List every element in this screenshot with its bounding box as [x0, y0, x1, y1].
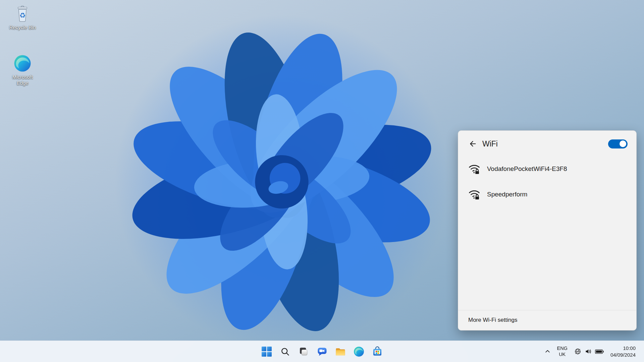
search-icon [280, 347, 290, 356]
wifi-network-name: Speedperform [487, 191, 527, 198]
svg-text:♻: ♻ [19, 11, 26, 19]
system-tray: ENG UK 10:00 [542, 341, 642, 362]
store-button[interactable] [370, 344, 385, 359]
wifi-flyout-panel: WiFi VodafonePocketWiFi4-E3F [458, 130, 637, 330]
task-view-button[interactable] [296, 344, 311, 359]
store-bag-icon [372, 346, 383, 357]
tray-date: 04/09/2024 [610, 352, 636, 358]
tray-time: 10:00 [610, 345, 636, 352]
wifi-toggle-knob [620, 140, 626, 147]
taskbar-center-icons [259, 341, 385, 362]
more-wifi-settings-link[interactable]: More Wi-Fi settings [458, 310, 636, 330]
windows-logo-icon [262, 347, 272, 357]
desktop-icon-recycle-bin[interactable]: ♻ Recycle Bin [3, 4, 42, 31]
chevron-up-icon [545, 349, 550, 354]
taskbar: ENG UK 10:00 [0, 341, 644, 362]
desktop-icon-label: Microsoft Edge [7, 74, 38, 86]
network-volume-battery-button[interactable] [571, 344, 607, 360]
no-internet-globe-icon [574, 348, 581, 355]
file-explorer-button[interactable] [333, 344, 348, 359]
desktop-icon-microsoft-edge[interactable]: Microsoft Edge [3, 54, 42, 86]
speaker-icon [585, 348, 592, 355]
wifi-secured-icon [468, 163, 480, 175]
search-button[interactable] [277, 344, 293, 359]
task-view-icon [298, 346, 309, 357]
back-button[interactable] [467, 138, 478, 149]
language-line2: UK [557, 352, 568, 357]
chat-button[interactable] [314, 344, 330, 359]
tray-chevron-button[interactable] [542, 344, 553, 360]
desktop-icon-label: Recycle Bin [9, 24, 36, 31]
wifi-network-item[interactable]: Speedperform [468, 188, 627, 200]
wifi-network-name: VodafonePocketWiFi4-E3F8 [487, 165, 567, 173]
wifi-network-list: VodafonePocketWiFi4-E3F8 Speedperform [458, 154, 636, 310]
recycle-bin-icon: ♻ [13, 4, 32, 23]
wifi-network-item[interactable]: VodafonePocketWiFi4-E3F8 [468, 163, 627, 175]
wifi-toggle[interactable] [608, 139, 628, 148]
desktop-wallpaper [86, 13, 478, 350]
wifi-secured-icon [468, 188, 480, 200]
edge-icon [353, 346, 365, 357]
wifi-panel-header: WiFi [458, 131, 636, 154]
clock-button[interactable]: 10:00 04/09/2024 [607, 344, 641, 360]
edge-icon [13, 54, 32, 73]
language-line1: ENG [557, 346, 568, 351]
battery-icon [595, 349, 604, 354]
start-button[interactable] [259, 344, 274, 359]
folder-icon [335, 346, 346, 357]
back-arrow-icon [469, 140, 477, 148]
edge-button[interactable] [351, 344, 367, 359]
wifi-panel-title: WiFi [482, 139, 498, 148]
language-indicator[interactable]: ENG UK [554, 344, 571, 360]
chat-bubble-icon [317, 346, 328, 357]
